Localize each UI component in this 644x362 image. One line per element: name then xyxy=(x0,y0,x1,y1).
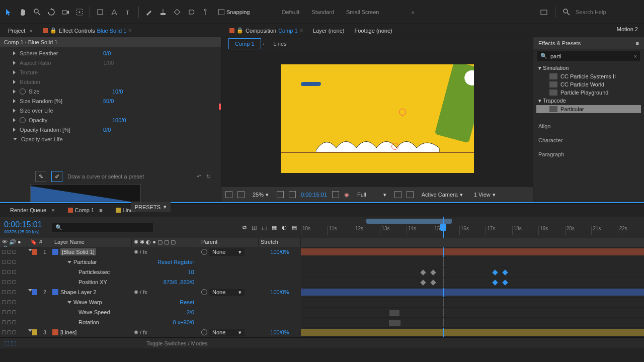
comp-tab-comp1[interactable]: Comp 1 xyxy=(228,38,261,49)
clear-search-icon[interactable]: × xyxy=(634,53,637,59)
render-queue-tab[interactable]: Render Queue× xyxy=(5,205,60,215)
composition-tab[interactable]: 🔒 Composition Comp 1 ≡ xyxy=(224,25,308,36)
camera-select[interactable]: Active Camera▾ xyxy=(419,191,466,199)
hand-tool-icon[interactable] xyxy=(17,6,29,18)
grid-icon[interactable] xyxy=(225,191,232,198)
effect-cc-particle-world[interactable]: CC Particle World xyxy=(536,80,641,88)
property-value[interactable]: 0/0 xyxy=(103,50,111,56)
property-value[interactable]: 0/0 xyxy=(103,127,111,133)
search-help-input[interactable] xyxy=(576,9,636,15)
layer-bar[interactable] xyxy=(301,289,644,296)
layer-track[interactable] xyxy=(301,287,644,297)
parent-dropdown[interactable]: None▾ xyxy=(209,329,245,336)
anchor-tool-icon[interactable] xyxy=(73,6,86,18)
pen-tool-icon[interactable] xyxy=(108,6,120,18)
layer-row[interactable]: 1 [Blue Solid 1] ✺ / fx None▾ 100/0% xyxy=(0,247,644,257)
keyframe-icon[interactable] xyxy=(492,280,498,285)
stretch-value[interactable]: 100/0% xyxy=(259,329,301,335)
disclosure-triangle-icon[interactable] xyxy=(13,109,16,113)
property-value[interactable]: 1/00 xyxy=(103,60,114,66)
property-value[interactable]: Reset Register xyxy=(157,259,194,265)
project-tab[interactable]: Project× xyxy=(3,26,38,36)
effects-search[interactable]: 🔍 parti × xyxy=(537,51,640,61)
pickwhip-icon[interactable] xyxy=(201,329,207,335)
property-value[interactable]: 10 xyxy=(188,269,194,275)
layer-color-swatch[interactable] xyxy=(32,289,37,295)
disclosure-icon[interactable] xyxy=(67,261,71,263)
next-keyframe-icon[interactable] xyxy=(12,270,16,274)
add-keyframe-icon[interactable] xyxy=(7,280,11,284)
presets-dropdown[interactable]: PRESETS▾ xyxy=(131,202,171,212)
disclosure-triangle-icon[interactable] xyxy=(13,61,16,65)
color-mgmt-icon[interactable]: ◉ xyxy=(344,192,349,198)
timeline-search[interactable]: 🔍 xyxy=(52,223,153,232)
layer-name[interactable]: [Lines] xyxy=(60,329,76,335)
add-keyframe-icon[interactable] xyxy=(7,310,11,314)
property-value[interactable]: 50/0 xyxy=(103,98,114,104)
curve-pen-icon[interactable]: ✎ xyxy=(35,171,46,182)
add-keyframe-icon[interactable] xyxy=(7,300,11,304)
prev-keyframe-icon[interactable] xyxy=(2,300,6,304)
property-value[interactable]: 10/0 xyxy=(112,88,123,95)
layer-row[interactable]: 2 Shape Layer 2 ✺ / fx None▾ 100/0% xyxy=(0,287,644,297)
disclosure-triangle-icon[interactable] xyxy=(13,118,16,122)
property-row[interactable]: Opacity 100/0 xyxy=(0,115,221,125)
layer-disclosure-icon[interactable] xyxy=(28,329,32,332)
disclosure-icon[interactable] xyxy=(67,301,71,304)
property-row[interactable]: Size Random [%] 50/0 xyxy=(0,96,221,106)
property-track[interactable] xyxy=(301,257,644,267)
view-select[interactable]: 1 View▾ xyxy=(471,191,499,199)
add-keyframe-icon[interactable] xyxy=(7,260,11,264)
next-keyframe-icon[interactable] xyxy=(12,320,16,324)
footage-tab[interactable]: Footage (none) xyxy=(349,26,397,36)
work-area-bar[interactable] xyxy=(366,219,452,224)
property-row[interactable]: Size 10/0 xyxy=(0,86,221,96)
panel-menu-icon[interactable]: ≡ xyxy=(300,28,303,34)
category-trapcode[interactable]: ▾ Trapcode xyxy=(536,97,641,105)
camera-tool-icon[interactable] xyxy=(59,6,71,18)
property-value[interactable]: 0 x+90/0 xyxy=(173,319,194,325)
comp-tab-lines[interactable]: Lines xyxy=(267,38,293,49)
property-track[interactable] xyxy=(301,307,644,317)
stretch-value[interactable]: 100/0% xyxy=(259,249,301,255)
property-track[interactable] xyxy=(301,277,644,287)
layer-switches[interactable]: ✺ / fx xyxy=(132,289,199,296)
character-panel[interactable]: Character xyxy=(533,133,644,147)
effect-particle-playground[interactable]: Particle Playground xyxy=(536,88,641,97)
resolution-select[interactable]: Full▾ xyxy=(354,191,389,199)
panel-menu-icon[interactable]: ≡ xyxy=(128,28,131,34)
next-keyframe-icon[interactable] xyxy=(12,280,16,284)
property-row[interactable]: Particular Reset Register xyxy=(0,257,644,267)
property-row[interactable]: Texture xyxy=(0,67,221,77)
disclosure-triangle-icon[interactable] xyxy=(13,80,16,84)
eraser-tool-icon[interactable] xyxy=(171,6,183,18)
current-timecode[interactable]: 0:00:15:01 xyxy=(4,220,42,229)
property-row[interactable]: Opacity Random [%] 0/0 xyxy=(0,125,221,134)
frame-blend-icon[interactable]: ▦ xyxy=(272,224,277,231)
layer-name[interactable]: [Blue Solid 1] xyxy=(60,248,96,255)
transparency-icon[interactable] xyxy=(407,191,414,198)
stopwatch-icon[interactable] xyxy=(20,88,26,95)
parent-dropdown[interactable]: None▾ xyxy=(209,289,245,296)
anchor-point-icon[interactable] xyxy=(391,143,398,150)
layer-color-swatch[interactable] xyxy=(32,329,37,335)
property-row[interactable]: Rotation xyxy=(0,77,221,86)
keyframe-icon[interactable] xyxy=(430,280,436,285)
redo-icon[interactable]: ↻ xyxy=(206,173,211,180)
paragraph-panel[interactable]: Paragraph xyxy=(533,147,644,161)
keyframe-icon[interactable] xyxy=(492,269,498,275)
layer-track[interactable] xyxy=(301,247,644,257)
disclosure-triangle-icon[interactable] xyxy=(13,128,16,132)
add-keyframe-icon[interactable] xyxy=(7,320,11,324)
toggle-switches-modes[interactable]: Toggle Switches / Modes xyxy=(146,340,208,346)
workspace-small[interactable]: Small Screen xyxy=(346,9,379,15)
draft3d-icon[interactable]: ◫ xyxy=(252,224,257,231)
disclosure-triangle-icon[interactable] xyxy=(13,138,17,140)
resolution-icon[interactable] xyxy=(277,191,284,198)
next-keyframe-icon[interactable] xyxy=(12,300,16,304)
zoom-select[interactable]: 25%▾ xyxy=(250,191,272,199)
snapping-checkbox[interactable] xyxy=(218,9,224,15)
layer-bar[interactable] xyxy=(301,248,644,255)
property-track[interactable] xyxy=(301,267,644,277)
snapshot-icon[interactable] xyxy=(538,6,550,18)
